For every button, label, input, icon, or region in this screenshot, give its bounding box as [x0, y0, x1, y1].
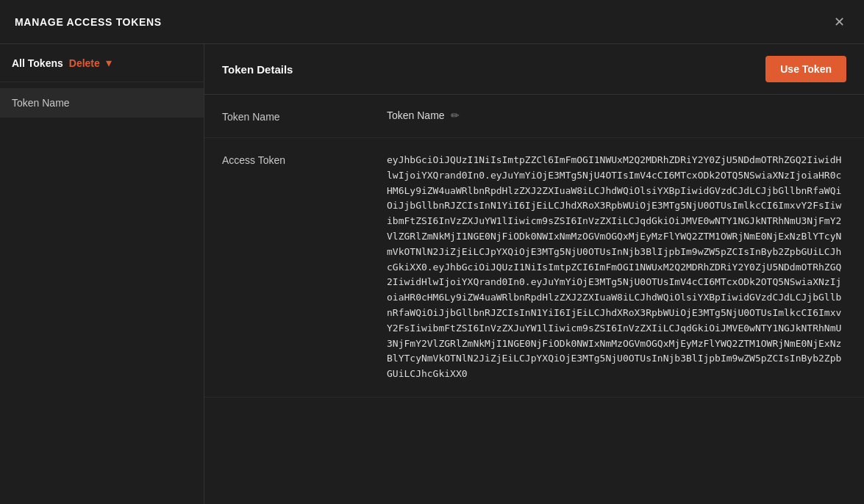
content-body: Token Name Token Name ✏ Access Token eyJ…	[204, 95, 864, 504]
sidebar: All Tokens Delete ▾ Token Name	[0, 44, 204, 504]
use-token-button[interactable]: Use Token	[765, 56, 846, 82]
all-tokens-button[interactable]: All Tokens	[12, 57, 63, 69]
close-button[interactable]: ✕	[829, 12, 849, 32]
token-name-value-container: Token Name ✏	[387, 109, 846, 121]
edit-icon[interactable]: ✏	[451, 109, 460, 121]
access-token-value-container: eyJhbGciOiJQUzI1NiIsImtpZZCl6ImFmOGI1NWU…	[387, 153, 846, 382]
chevron-down-icon[interactable]: ▾	[106, 56, 112, 70]
token-name-value: Token Name	[387, 109, 445, 121]
token-details-title: Token Details	[222, 63, 293, 76]
modal-body: All Tokens Delete ▾ Token Name Token Det…	[0, 44, 864, 504]
content-header: Token Details Use Token	[204, 44, 864, 95]
token-name-item-label: Token Name	[12, 97, 70, 109]
sidebar-list: Token Name	[0, 82, 204, 123]
close-icon: ✕	[834, 14, 845, 30]
sidebar-toolbar: All Tokens Delete ▾	[0, 44, 204, 82]
token-name-row: Token Name Token Name ✏	[204, 95, 864, 138]
list-item[interactable]: Token Name	[0, 88, 204, 118]
modal-title: MANAGE ACCESS TOKENS	[15, 16, 162, 28]
manage-access-tokens-modal: MANAGE ACCESS TOKENS ✕ All Tokens Delete…	[0, 0, 864, 504]
access-token-label: Access Token	[222, 153, 369, 166]
main-content: Token Details Use Token Token Name Token…	[204, 44, 864, 504]
modal-header: MANAGE ACCESS TOKENS ✕	[0, 0, 864, 44]
access-token-row: Access Token eyJhbGciOiJQUzI1NiIsImtpZZC…	[204, 138, 864, 397]
access-token-value: eyJhbGciOiJQUzI1NiIsImtpZZCl6ImFmOGI1NWU…	[387, 154, 841, 379]
delete-button[interactable]: Delete	[69, 57, 100, 69]
token-name-label: Token Name	[222, 109, 369, 123]
